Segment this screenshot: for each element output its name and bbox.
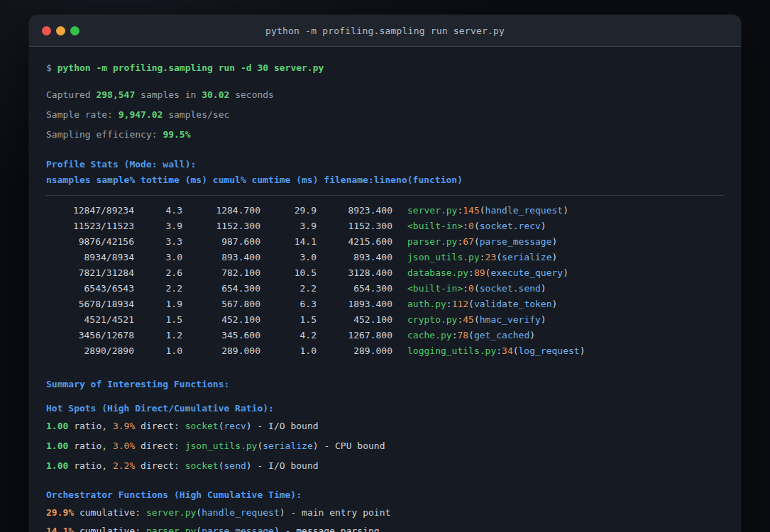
sample-rate-value: 9,947.02	[119, 109, 163, 120]
table-divider	[46, 195, 724, 196]
line-number: 145	[463, 205, 479, 216]
tottime-value: 567.800	[182, 297, 260, 312]
cumtime-value: 289.000	[317, 343, 392, 359]
minimize-button[interactable]	[56, 26, 65, 35]
cumulative-pct-value: 14.1%	[46, 526, 74, 532]
profile-table-row: 12847/892344.31284.70029.98923.400server…	[46, 203, 724, 218]
cumtime-value: 4215.600	[317, 234, 392, 250]
function-location: parser.py:67(parse_message)	[407, 236, 557, 247]
function-name: socket.send	[480, 283, 541, 294]
efficiency-value: 99.5%	[163, 129, 190, 140]
line-number: 112	[452, 299, 468, 309]
direct-pct-value: 3.9%	[113, 421, 135, 431]
line-number: 0	[468, 283, 474, 294]
cumul-pct-value: 3.9	[260, 218, 317, 234]
profile-table-row: 3456/126781.2345.6004.21267.800cache.py:…	[46, 328, 724, 343]
sample-rate-suffix: samples/sec	[168, 109, 229, 120]
command-text: python -m profiling.sampling run -d 30 s…	[57, 62, 324, 73]
filename: crypto.py	[407, 314, 457, 325]
captured-duration-value: 30.02	[202, 89, 229, 100]
sample-pct-value: 3.3	[134, 234, 182, 250]
target-name: server.py	[146, 507, 196, 518]
nsamples-value: 5678/18934	[46, 297, 134, 312]
filename: parser.py	[407, 236, 457, 247]
command-line: $ python -m profiling.sampling run -d 30…	[46, 60, 724, 76]
function-name: validate_token	[474, 299, 552, 309]
line-number: 45	[463, 314, 474, 325]
captured-line: Captured 298,547 samples in 30.02 second…	[46, 87, 724, 103]
function-location: auth.py:112(validate_token)	[407, 299, 557, 309]
terminal-titlebar[interactable]: python -m profiling.sampling run server.…	[29, 15, 741, 47]
function-location: database.py:89(execute_query)	[407, 267, 568, 278]
hot-spot-line: 1.00 ratio, 2.2% direct: socket(send) - …	[46, 458, 724, 474]
profile-table-row: 6543/65432.2654.3002.2654.300<built-in>:…	[46, 281, 724, 297]
profile-stats-heading: Profile Stats (Mode: wall):	[46, 157, 724, 172]
filename: json_utils.py	[407, 252, 480, 262]
hot-spots-list: 1.00 ratio, 3.9% direct: socket(recv) - …	[46, 419, 724, 474]
orchestrators-heading: Orchestrator Functions (High Cumulative …	[46, 487, 724, 503]
ratio-value: 1.00	[46, 460, 68, 471]
sample-pct-value: 3.0	[134, 250, 182, 265]
tottime-value: 452.100	[182, 312, 260, 328]
cumul-pct-value: 10.5	[260, 265, 317, 281]
direct-pct-value: 3.0%	[113, 440, 135, 451]
nsamples-value: 9876/42156	[46, 234, 134, 250]
function-name: parse_message	[202, 526, 274, 532]
terminal-output[interactable]: $ python -m profiling.sampling run -d 30…	[29, 60, 741, 532]
target-name: parser.py	[146, 526, 196, 532]
hot-spot-line: 1.00 ratio, 3.9% direct: socket(recv) - …	[46, 419, 724, 434]
tottime-value: 289.000	[182, 343, 260, 359]
orchestrators-list: 29.9% cumulative: server.py(handle_reque…	[46, 505, 724, 532]
target-name: socket	[185, 460, 219, 471]
tottime-value: 893.400	[182, 250, 260, 265]
profile-columns-header: nsamples sample% tottime (ms) cumul% cum…	[46, 172, 724, 188]
cumul-pct-value: 1.5	[260, 312, 317, 328]
line-number: 67	[463, 236, 474, 247]
nsamples-value: 6543/6543	[46, 281, 134, 297]
function-name: hmac_verify	[480, 314, 541, 325]
orchestrator-line: 14.1% cumulative: parser.py(parse_messag…	[46, 523, 724, 532]
cumul-pct-value: 4.2	[260, 328, 317, 343]
shell-prompt: $	[46, 62, 52, 73]
profile-table-row: 4521/45211.5452.1001.5452.100crypto.py:4…	[46, 312, 724, 328]
function-location: logging_utils.py:34(log_request)	[407, 345, 585, 356]
sample-pct-value: 1.5	[134, 312, 182, 328]
filename: database.py	[407, 267, 468, 278]
tottime-value: 654.300	[182, 281, 260, 297]
efficiency-line: Sampling efficiency: 99.5%	[46, 127, 724, 143]
nsamples-value: 11523/11523	[46, 218, 134, 234]
nsamples-value: 12847/89234	[46, 203, 134, 218]
orchestrator-line: 29.9% cumulative: server.py(handle_reque…	[46, 505, 724, 521]
function-name: serialize	[263, 440, 312, 451]
sample-pct-value: 1.0	[134, 343, 182, 359]
zoom-button[interactable]	[70, 26, 79, 35]
function-name: handle_request	[485, 205, 563, 216]
profile-table-row: 5678/189341.9567.8006.31893.400auth.py:1…	[46, 297, 724, 312]
function-name: recv	[224, 421, 246, 431]
window-title: python -m profiling.sampling run server.…	[265, 26, 505, 36]
sample-pct-value: 2.6	[134, 265, 182, 281]
cumtime-value: 654.300	[317, 281, 392, 297]
close-button[interactable]	[42, 26, 51, 35]
function-name: parse_message	[480, 236, 552, 247]
function-name: send	[224, 460, 246, 471]
cumul-pct-value: 3.0	[260, 250, 317, 265]
cumul-pct-value: 29.9	[260, 203, 317, 218]
captured-mid-label: samples in	[141, 89, 196, 100]
profile-table-row: 7821/312842.6782.10010.53128.400database…	[46, 265, 724, 281]
function-name: handle_request	[202, 507, 280, 518]
tottime-value: 345.600	[182, 328, 260, 343]
cumul-pct-value: 6.3	[260, 297, 317, 312]
cumulative-pct-value: 29.9%	[46, 507, 74, 518]
profile-table-row: 2890/28901.0289.0001.0289.000logging_uti…	[46, 343, 724, 359]
line-number: 0	[468, 221, 474, 231]
profile-table-row: 9876/421563.3987.60014.14215.600parser.p…	[46, 234, 724, 250]
cumtime-value: 1893.400	[317, 297, 392, 312]
profile-table-row: 8934/89343.0893.4003.0893.400json_utils.…	[46, 250, 724, 265]
hot-spots-heading: Hot Spots (High Direct/Cumulative Ratio)…	[46, 401, 724, 416]
sample-pct-value: 2.2	[134, 281, 182, 297]
window-controls	[42, 15, 79, 46]
function-name: socket.recv	[480, 221, 541, 231]
efficiency-label: Sampling efficiency:	[46, 129, 158, 140]
nsamples-value: 4521/4521	[46, 312, 134, 328]
